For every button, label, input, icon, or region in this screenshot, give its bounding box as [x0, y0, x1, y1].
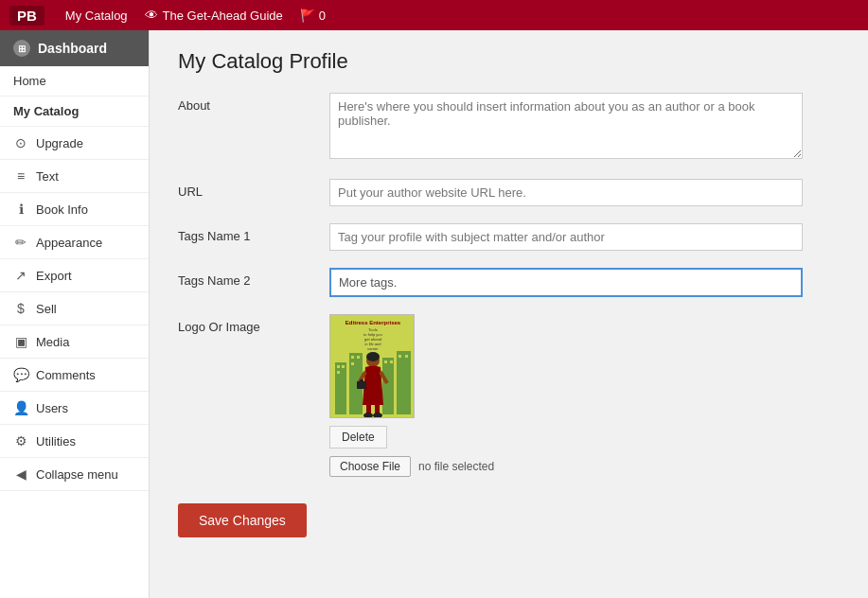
url-input[interactable]	[329, 179, 803, 206]
sidebar-item-upgrade[interactable]: ⊙ Upgrade	[0, 127, 149, 160]
svg-rect-14	[337, 371, 340, 374]
tags1-row: Tags Name 1	[178, 223, 840, 251]
svg-rect-18	[384, 361, 387, 363]
about-textarea[interactable]	[329, 93, 803, 159]
tags1-input[interactable]	[329, 223, 803, 251]
no-file-text: no file selected	[418, 460, 494, 473]
appearance-icon: ✏	[13, 235, 28, 250]
logo-row: Logo Or Image Editress Enterprises Tools…	[178, 314, 840, 477]
svg-rect-12	[337, 365, 340, 368]
sidebar-item-home[interactable]: Home	[0, 66, 149, 97]
svg-rect-16	[357, 356, 360, 359]
svg-rect-10	[382, 358, 394, 414]
svg-rect-19	[390, 361, 393, 363]
sidebar-item-book-info[interactable]: ℹ Book Info	[0, 193, 149, 226]
text-icon: ≡	[13, 168, 28, 184]
sidebar-item-collapse[interactable]: ◀ Collapse menu	[0, 458, 149, 491]
sidebar-item-mycatalog[interactable]: My Catalog	[0, 97, 149, 127]
svg-rect-29	[375, 400, 380, 414]
comments-link[interactable]: 🚩 0	[300, 9, 326, 23]
sidebar-item-export[interactable]: ↗ Export	[0, 259, 149, 292]
choose-file-button[interactable]: Choose File	[329, 456, 411, 477]
sidebar-item-utilities[interactable]: ⚙ Utilities	[0, 425, 149, 458]
sidebar-dashboard[interactable]: ⊞ Dashboard	[0, 30, 149, 66]
sell-icon: $	[13, 301, 28, 316]
eye-icon: 👁	[145, 8, 158, 23]
file-input-row: Choose File no file selected	[329, 456, 803, 477]
save-changes-button[interactable]: Save Changes	[178, 503, 307, 537]
svg-rect-26	[357, 381, 366, 389]
svg-point-23	[366, 352, 380, 361]
tags1-field-wrap	[329, 223, 803, 251]
utilities-icon: ⚙	[13, 433, 28, 448]
tags2-field-wrap	[329, 268, 803, 297]
url-row: URL	[178, 179, 840, 206]
svg-rect-8	[335, 362, 346, 414]
guide-link[interactable]: 👁 The Get-Ahead Guide	[145, 8, 283, 23]
sidebar-item-appearance[interactable]: ✏ Appearance	[0, 226, 149, 259]
svg-rect-21	[405, 355, 408, 358]
about-row: About	[178, 93, 840, 162]
comment-icon: 🚩	[300, 9, 315, 23]
sidebar: ⊞ Dashboard Home My Catalog ⊙ Upgrade ≡ …	[0, 30, 150, 598]
book-cover-image: Editress Enterprises Tools to help you g…	[329, 314, 415, 418]
dashboard-icon: ⊞	[13, 40, 30, 57]
svg-text:career: career	[367, 346, 379, 351]
tags2-row: Tags Name 2	[178, 268, 840, 297]
export-icon: ↗	[13, 268, 28, 283]
sidebar-item-comments[interactable]: 💬 Comments	[0, 359, 149, 392]
delete-button[interactable]: Delete	[329, 426, 387, 448]
url-field-wrap	[329, 179, 803, 206]
upgrade-icon: ⊙	[13, 135, 28, 150]
svg-rect-20	[399, 355, 401, 358]
comments-icon: 💬	[13, 367, 28, 382]
logo-field-wrap: Editress Enterprises Tools to help you g…	[329, 314, 803, 477]
page-title: My Catalog Profile	[178, 49, 840, 74]
users-icon: 👤	[13, 400, 28, 415]
tags2-input[interactable]	[329, 268, 803, 297]
svg-rect-27	[360, 379, 363, 382]
svg-rect-28	[366, 400, 371, 414]
svg-rect-13	[342, 365, 345, 368]
svg-rect-17	[351, 362, 354, 365]
media-icon: ▣	[13, 334, 28, 349]
my-catalog-link[interactable]: My Catalog	[65, 9, 128, 23]
svg-text:Editress Enterprises: Editress Enterprises	[345, 320, 401, 325]
sidebar-item-sell[interactable]: $ Sell	[0, 292, 149, 325]
url-label: URL	[178, 179, 329, 199]
about-field-wrap	[329, 93, 803, 162]
about-label: About	[178, 93, 329, 113]
svg-point-30	[363, 413, 373, 418]
collapse-icon: ◀	[13, 466, 28, 482]
info-icon: ℹ	[13, 202, 28, 217]
pb-logo[interactable]: PB	[9, 6, 44, 26]
sidebar-item-text[interactable]: ≡ Text	[0, 160, 149, 193]
sidebar-item-users[interactable]: 👤 Users	[0, 392, 149, 425]
logo-label: Logo Or Image	[178, 314, 329, 334]
svg-point-31	[373, 413, 382, 418]
main-content: My Catalog Profile About URL Tags Name 1…	[150, 30, 868, 598]
topbar: PB My Catalog 👁 The Get-Ahead Guide 🚩 0	[0, 0, 868, 30]
sidebar-item-media[interactable]: ▣ Media	[0, 325, 149, 359]
tags1-label: Tags Name 1	[178, 223, 329, 243]
svg-rect-15	[351, 356, 354, 359]
tags2-label: Tags Name 2	[178, 268, 329, 288]
svg-rect-11	[397, 351, 411, 414]
